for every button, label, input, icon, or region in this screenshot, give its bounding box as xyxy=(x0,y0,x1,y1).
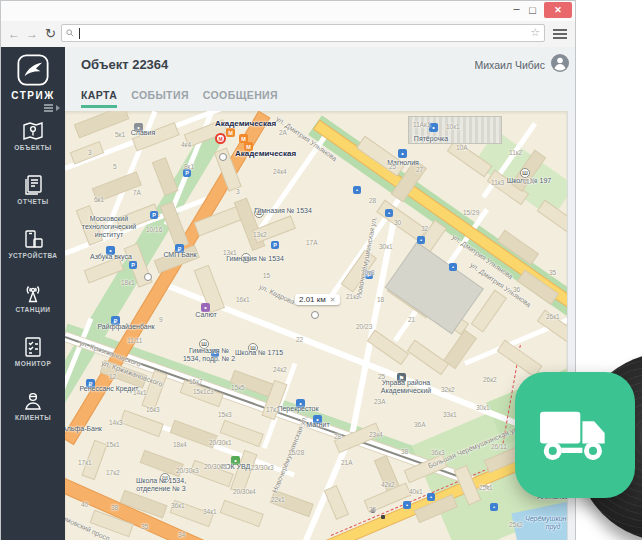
ruler-point-icon[interactable] xyxy=(144,273,152,281)
map-building-number: 20/23 xyxy=(356,323,372,330)
sidebar-nav: ОБЪЕКТЫОТЧЕТЫУСТРОЙСТВАСТАНЦИИМОНИТОРКЛИ… xyxy=(1,117,65,441)
map-building-number: 30к1 xyxy=(379,243,393,250)
bus-stop-icon[interactable]: • xyxy=(385,209,393,217)
map-building-number: 15к3 xyxy=(218,411,232,418)
map-building xyxy=(325,486,348,518)
sidebar-item-clients[interactable]: КЛИЕНТЫ xyxy=(1,389,65,441)
sidebar-item-label: ОБЪЕКТЫ xyxy=(1,144,65,151)
user-avatar-icon[interactable] xyxy=(551,54,569,72)
ruler-point-icon[interactable] xyxy=(219,153,227,161)
truck-app-badge[interactable] xyxy=(515,372,635,498)
bus-stop-icon[interactable]: • xyxy=(417,236,425,244)
parking-icon[interactable]: P xyxy=(150,211,158,219)
map-building-number: 11А xyxy=(523,178,534,185)
map-poi-label: Школа № 1715 xyxy=(231,349,287,357)
map-building-number: 28 xyxy=(369,197,376,204)
app-logo[interactable]: СТРИЖ xyxy=(1,52,65,101)
sidebar-item-stations[interactable]: СТАНЦИИ xyxy=(1,281,65,333)
window-titlebar[interactable]: – □ ✕ xyxy=(1,1,575,21)
bookmark-star-icon[interactable]: ☆ xyxy=(530,26,540,39)
map-building-number: 20/30к3 xyxy=(176,467,199,474)
bus-stop-icon[interactable]: • xyxy=(449,263,457,271)
map-building-number: 24к4 xyxy=(273,168,287,175)
window-maximize-button[interactable]: □ xyxy=(526,4,539,17)
map-building-number: 2А xyxy=(279,129,287,136)
map-street-label: ул. Кедрова xyxy=(258,283,296,307)
app-logo-text: СТРИЖ xyxy=(1,90,65,101)
sidebar-item-objects[interactable]: ОБЪЕКТЫ xyxy=(1,119,65,171)
map-building-number: 21А xyxy=(341,459,353,466)
parking-icon[interactable]: P xyxy=(271,241,279,249)
map-building-number: 25 xyxy=(389,163,396,170)
map-building-number: 12 xyxy=(109,373,116,380)
sidebar-item-label: КЛИЕНТЫ xyxy=(1,414,65,421)
browser-menu-icon[interactable] xyxy=(553,29,567,39)
map-building-number: 20/30к5 xyxy=(204,463,227,470)
main-panel: Объект 22364 Михаил Чибис КАРТАСОБЫТИЯСО… xyxy=(65,47,575,540)
ruler-point-icon[interactable] xyxy=(311,311,319,319)
reload-button[interactable]: ↻ xyxy=(45,26,56,41)
map-building-number: 11к2 xyxy=(509,149,522,156)
map-building-number: 17к2 xyxy=(106,469,120,476)
bus-stop-icon[interactable]: • xyxy=(490,503,498,511)
sidebar-item-reports[interactable]: ОТЧЕТЫ xyxy=(1,173,65,225)
map-building-number: 8к1 xyxy=(184,163,194,170)
store-cart-icon[interactable]: • xyxy=(398,149,407,158)
map-poi-label: Перекресток xyxy=(273,405,323,413)
address-bar[interactable]: ☆ xyxy=(61,24,545,42)
map-building-number: 35 xyxy=(549,269,556,276)
map-poi-label: Райффайзенбанк xyxy=(95,323,157,331)
swift-bird-logo-icon xyxy=(15,52,51,88)
bus-stop-icon[interactable]: • xyxy=(403,501,411,509)
map-building-number: 15 xyxy=(263,272,270,279)
map-building-number: 5 xyxy=(113,163,117,170)
sidebar-item-label: МОНИТОР xyxy=(1,360,65,367)
map-building-number: 38 xyxy=(401,448,408,455)
map-building-number: 13к1 xyxy=(223,249,237,256)
map-building-number: 27 xyxy=(416,166,423,173)
map-building-number: 3 xyxy=(236,188,240,195)
map-building-number: 21к2 xyxy=(346,293,360,300)
window-minimize-button[interactable]: – xyxy=(510,2,523,15)
bus-stop-icon[interactable]: • xyxy=(427,493,435,501)
map-ruler-box[interactable]: 2.01 км✕ xyxy=(295,294,340,305)
map-building-number: 34 xyxy=(178,531,185,538)
map-building-number: 20/30к1 xyxy=(209,439,232,446)
map-building-number: 10А xyxy=(456,144,468,151)
map-building-number: 7А xyxy=(133,189,141,196)
sidebar-item-label: ОТЧЕТЫ xyxy=(1,198,65,205)
back-button[interactable]: ← xyxy=(8,27,20,41)
sidebar: СТРИЖ ОБЪЕКТЫОТЧЕТЫУСТРОЙСТВАСТАНЦИИМОНИ… xyxy=(1,47,65,540)
search-icon xyxy=(66,29,74,37)
map-poi-label: Школа № 1534, отделение № 3 xyxy=(121,477,201,493)
metro-station-icon[interactable]: М xyxy=(215,133,226,144)
tab-карта[interactable]: КАРТА xyxy=(81,89,117,108)
map-building xyxy=(472,291,506,331)
forward-button[interactable]: → xyxy=(26,27,38,41)
map-building-number: 33к1 xyxy=(443,411,457,418)
map-building-number: 11Ак1 xyxy=(413,121,431,128)
map-building-number: 15/29 xyxy=(463,209,479,216)
user-name: Михаил Чибис xyxy=(475,59,546,71)
sidebar-item-monitor[interactable]: МОНИТОР xyxy=(1,335,65,387)
tab-события[interactable]: СОБЫТИЯ xyxy=(131,89,189,105)
window-close-button[interactable]: ✕ xyxy=(544,2,572,18)
map-building-number: 38 xyxy=(111,504,118,511)
map-building-number: 23/30к3 xyxy=(251,464,274,471)
sidebar-item-devices[interactable]: УСТРОЙСТВА xyxy=(1,227,65,279)
map-canvas[interactable]: ММММ•••••₽₽₽ШШШШШШ••⚑•PPPPP••••••••ул. Д… xyxy=(65,111,567,540)
ruler-close-icon[interactable]: ✕ xyxy=(330,296,336,303)
map-building-number: 15к7 xyxy=(189,378,203,385)
map-building-number: 15к1 xyxy=(106,441,120,448)
bus-stop-icon[interactable]: • xyxy=(353,186,361,194)
map-metro-label: Академическая xyxy=(235,149,296,158)
sidebar-collapse-icon[interactable] xyxy=(44,104,60,114)
map-building-number: 32 xyxy=(421,225,428,232)
map-building-number: 16к1 xyxy=(236,296,250,303)
parking-icon[interactable]: P xyxy=(129,261,137,269)
map-building-number: 15к5 xyxy=(231,384,245,391)
map-building-number: 25 xyxy=(378,373,385,380)
metro-entrance-icon[interactable]: М xyxy=(226,128,235,137)
tab-сообщения[interactable]: СООБЩЕНИЯ xyxy=(203,89,278,105)
map-building xyxy=(368,331,408,364)
